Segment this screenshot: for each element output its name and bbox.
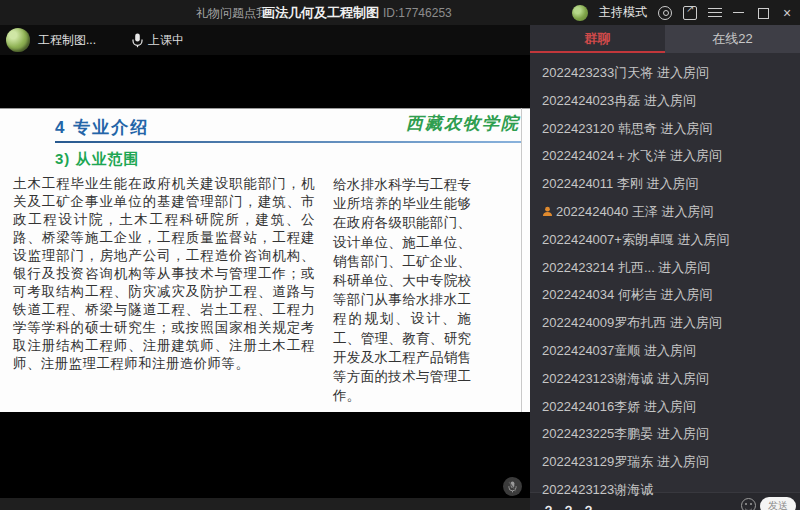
chat-message-text: 2022424040 王泽 进入房间 [556, 204, 714, 219]
chat-message-text: 2022423123谢海诚 进入房间 [542, 371, 709, 386]
bottom-bar [0, 498, 530, 510]
chat-message-text: 2022424023冉磊 进入房间 [542, 93, 696, 108]
chat-message-list[interactable]: 2022423233门天将 进入房间2022424023冉磊 进入房间20224… [530, 25, 800, 485]
tab-online[interactable]: 在线22 [665, 25, 800, 53]
app-window: 礼物问题点我 画法几何及工程制图ID:17746253 主持模式 × 工程制图.… [0, 0, 800, 510]
slide-divider [55, 141, 522, 143]
course-title-text: 画法几何及工程制图 [262, 5, 379, 20]
mute-mic-button[interactable] [503, 477, 522, 496]
tab-group-chat[interactable]: 群聊 [530, 25, 665, 53]
slide-subtitle: 3) 从业范围 [55, 150, 140, 169]
menu-icon[interactable] [708, 6, 722, 20]
chat-message: 2022424037童顺 进入房间 [542, 337, 800, 365]
chat-message-text: ？？？ [542, 504, 602, 510]
chat-message-text: 2022423123谢海诚 [542, 482, 653, 497]
channel-name: 工程制图... [38, 32, 96, 49]
stream-toolbar: 工程制图... 上课中 [0, 25, 530, 55]
chat-message-text: 2022423225李鹏晏 进入房间 [542, 426, 709, 441]
chat-message: 2022424016李娇 进入房间 [542, 393, 800, 421]
class-status-label: 上课中 [148, 32, 184, 49]
chat-message: 2022424011 李刚 进入房间 [542, 170, 800, 198]
slide-section-title: 4 专业介绍 [55, 116, 149, 139]
chat-message: 2022423214 扎西... 进入房间 [542, 254, 800, 282]
chat-message-text: 2022423233门天将 进入房间 [542, 65, 709, 80]
chat-message: 2022424007+索朗卓嘎 进入房间 [542, 226, 800, 254]
course-id: ID:17746253 [383, 6, 452, 20]
chat-message-text: 2022424037童顺 进入房间 [542, 343, 696, 358]
course-title: 画法几何及工程制图ID:17746253 [262, 4, 452, 22]
gift-question-button[interactable]: 礼物问题点我 [196, 5, 268, 22]
chat-panel: 2022423233门天将 进入房间2022424023冉磊 进入房间20224… [530, 25, 800, 510]
chat-message: 2022423225李鹏晏 进入房间 [542, 420, 800, 448]
chat-message: 2022424040 王泽 进入房间 [542, 198, 800, 226]
member-badge-icon [542, 206, 553, 217]
minimize-button[interactable] [733, 6, 747, 20]
host-avatar [572, 5, 588, 21]
slide-paragraph-right: 给水排水科学与工程专业所培养的毕业生能够在政府各级职能部门、设计单位、施工单位、… [333, 175, 471, 405]
chat-message-text: 2022423129罗瑞东 进入房间 [542, 454, 709, 469]
host-mode-label: 主持模式 [599, 4, 647, 21]
chat-message-text: 2022424016李娇 进入房间 [542, 399, 696, 414]
title-bar-controls: 主持模式 × [572, 0, 794, 25]
slide-paragraph-left: 土木工程毕业生能在政府机关建设职能部门，机关及工矿企事业单位的基建管理部门，建筑… [13, 175, 315, 373]
mic-muted-icon [508, 481, 517, 493]
chat-message-text: 2022424007+索朗卓嘎 进入房间 [542, 232, 730, 247]
chat-message: 2022423233门天将 进入房间 [542, 59, 800, 87]
slide-edge-line [521, 108, 522, 412]
chat-message: 2022424023冉磊 进入房间 [542, 87, 800, 115]
chat-message: 2022423129罗瑞东 进入房间 [542, 448, 800, 476]
class-status: 上课中 [132, 32, 184, 49]
chat-message: 2022423123谢海诚 [542, 476, 800, 504]
chat-message: 2022423120 韩思奇 进入房间 [542, 115, 800, 143]
title-bar: 礼物问题点我 画法几何及工程制图ID:17746253 主持模式 × [0, 0, 800, 25]
chat-message-text: 2022424024＋水飞洋 进入房间 [542, 148, 722, 163]
school-logo-text: 西藏农牧学院 [406, 112, 520, 135]
maximize-button[interactable] [758, 8, 769, 19]
chat-message: 2022423123谢海诚 进入房间 [542, 365, 800, 393]
slide: 4 专业介绍 西藏农牧学院 3) 从业范围 土木工程毕业生能在政府机关建设职能部… [0, 108, 530, 412]
microphone-icon [132, 33, 143, 48]
chat-message: 2022424034 何彬吉 进入房间 [542, 281, 800, 309]
close-button[interactable]: × [780, 6, 794, 20]
share-icon[interactable] [683, 6, 697, 20]
chat-message: ？？？ [542, 504, 800, 510]
chat-message: 2022424024＋水飞洋 进入房间 [542, 142, 800, 170]
chat-message-text: 2022424009罗布扎西 进入房间 [542, 315, 722, 330]
settings-icon[interactable] [658, 6, 672, 20]
chat-message-text: 2022423214 扎西... 进入房间 [542, 260, 710, 275]
chat-message-text: 2022423120 韩思奇 进入房间 [542, 121, 713, 136]
chat-message-text: 2022424011 李刚 进入房间 [542, 176, 699, 191]
chat-tabs: 群聊 在线22 [530, 25, 800, 53]
chat-message-text: 2022424034 何彬吉 进入房间 [542, 287, 713, 302]
chat-message: 2022424009罗布扎西 进入房间 [542, 309, 800, 337]
channel-avatar [6, 28, 30, 52]
